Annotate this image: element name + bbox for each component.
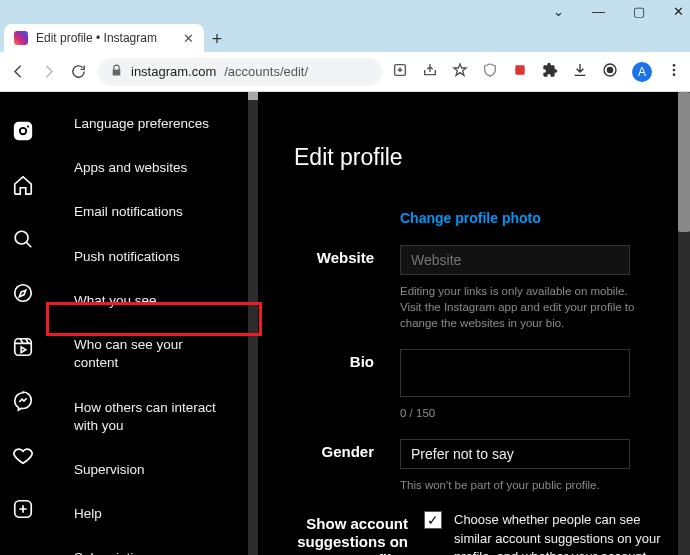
close-window-button[interactable]: ✕ (673, 4, 684, 19)
sidebar-item-subscriptions[interactable]: Subscriptions (46, 536, 258, 555)
messenger-icon[interactable] (12, 390, 34, 416)
sidebar-item-help[interactable]: Help (46, 492, 258, 536)
reels-icon[interactable] (12, 336, 34, 362)
new-tab-button[interactable]: + (204, 26, 230, 52)
svg-rect-1 (515, 65, 524, 74)
bio-textarea[interactable] (400, 349, 630, 397)
svg-point-8 (15, 285, 32, 302)
share-icon[interactable] (422, 62, 438, 82)
page-title: Edit profile (294, 144, 690, 171)
chevron-down-icon[interactable]: ⌄ (553, 4, 564, 19)
sidebar-item-push-notifications[interactable]: Push notifications (46, 235, 258, 279)
svg-point-7 (15, 231, 28, 244)
url-domain: instagram.com (131, 64, 216, 79)
sidebar-item-apps[interactable]: Apps and websites (46, 146, 258, 190)
shield-icon[interactable] (482, 62, 498, 82)
lock-icon (110, 64, 123, 80)
home-icon[interactable] (12, 174, 34, 200)
account-shield-icon[interactable] (602, 62, 618, 82)
nav-rail (0, 92, 46, 555)
forward-button[interactable] (38, 63, 58, 80)
svg-point-4 (673, 64, 676, 67)
bio-label: Bio (294, 349, 400, 421)
download-icon[interactable] (572, 62, 588, 82)
sidebar-item-who-can-see[interactable]: Who can see your content (46, 323, 258, 385)
extensions-icon[interactable] (542, 62, 558, 82)
page-viewport: Language preferences Apps and websites E… (0, 92, 690, 555)
browser-toolbar: instagram.com/accounts/edit/ A (0, 52, 690, 92)
window-controls: ⌄ — ▢ ✕ (0, 0, 690, 22)
instagram-logo-icon[interactable] (12, 120, 34, 146)
instagram-favicon-icon (14, 31, 28, 45)
main-scrollbar[interactable] (678, 92, 690, 555)
show-account-suggestions-checkbox[interactable]: ✓ (424, 511, 442, 529)
heart-icon[interactable] (12, 444, 34, 470)
back-button[interactable] (8, 63, 28, 80)
maximize-button[interactable]: ▢ (633, 4, 645, 19)
svg-point-6 (673, 73, 676, 76)
main-panel: Edit profile Change profile photo Websit… (258, 92, 690, 555)
show-account-suggestions-label: Show account suggestions on profiles (294, 511, 424, 555)
minimize-button[interactable]: — (592, 4, 605, 19)
search-icon[interactable] (12, 228, 34, 254)
settings-sidebar: Language preferences Apps and websites E… (46, 92, 258, 555)
bio-counter: 0 / 150 (400, 405, 640, 421)
sidebar-item-email-notifications[interactable]: Email notifications (46, 190, 258, 234)
sidebar-item-what-you-see[interactable]: What you see (46, 279, 258, 323)
svg-point-3 (607, 67, 612, 72)
main-scroll-thumb[interactable] (678, 92, 690, 232)
extension-icon-1[interactable] (512, 62, 528, 82)
sidebar-item-how-others-interact[interactable]: How others can interact with you (46, 386, 258, 448)
browser-tab[interactable]: Edit profile • Instagram ✕ (4, 24, 204, 52)
kebab-menu-icon[interactable] (666, 62, 682, 82)
close-tab-button[interactable]: ✕ (183, 31, 194, 46)
bookmark-star-icon[interactable] (452, 62, 468, 82)
gender-label: Gender (294, 439, 400, 493)
show-account-suggestions-desc: Choose whether people can see similar ac… (454, 511, 664, 555)
profile-avatar-button[interactable]: A (632, 62, 652, 82)
tab-title: Edit profile • Instagram (36, 31, 157, 45)
url-path: /accounts/edit/ (224, 64, 308, 79)
gender-select[interactable]: Prefer not to say (400, 439, 630, 469)
website-label: Website (294, 245, 400, 331)
reload-button[interactable] (68, 63, 88, 80)
create-icon[interactable] (12, 498, 34, 524)
svg-point-5 (673, 68, 676, 71)
explore-icon[interactable] (12, 282, 34, 308)
sidebar-item-language[interactable]: Language preferences (46, 102, 258, 146)
website-input[interactable] (400, 245, 630, 275)
install-app-icon[interactable] (392, 62, 408, 82)
address-bar[interactable]: instagram.com/accounts/edit/ (98, 58, 382, 86)
svg-rect-9 (15, 339, 32, 356)
gender-helper-text: This won't be part of your public profil… (400, 477, 640, 493)
tab-strip: Edit profile • Instagram ✕ + (0, 22, 690, 52)
website-helper-text: Editing your links is only available on … (400, 283, 640, 331)
sidebar-item-supervision[interactable]: Supervision (46, 448, 258, 492)
change-photo-link[interactable]: Change profile photo (400, 210, 541, 226)
